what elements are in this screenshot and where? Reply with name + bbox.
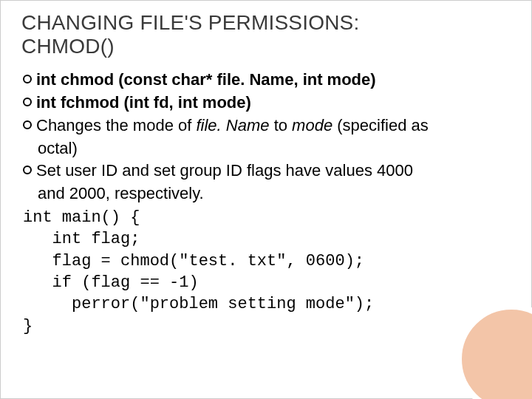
bullet-ring-icon xyxy=(23,120,32,129)
bullet-setuid-cont: and 2000, respectively. xyxy=(23,183,509,204)
code-line: flag = chmod("test. txt", 0600); xyxy=(23,250,509,272)
bullet-changes-mode: Changes the mode of file. Name to mode (… xyxy=(23,115,509,136)
slide-body: int chmod (const char* file. Name, int m… xyxy=(1,61,531,337)
slide: CHANGING FILE'S PERMISSIONS: CHMOD() int… xyxy=(0,0,532,399)
bullet-text: int fchmod (int fd, int mode) xyxy=(36,92,251,113)
bullet-text: Changes the mode of file. Name to mode (… xyxy=(36,115,429,136)
bullet-text: int chmod (const char* file. Name, int m… xyxy=(36,69,376,90)
code-line: if (flag == -1) xyxy=(23,272,509,293)
bullet-ring-icon xyxy=(23,166,32,174)
bullet-ring-icon xyxy=(23,75,32,83)
code-block: int main() { int flag; flag = chmod("tes… xyxy=(23,207,509,338)
title-line-2: CHMOD() xyxy=(21,35,511,58)
title-line-1: CHANGING FILE'S PERMISSIONS: xyxy=(21,11,511,35)
bullet-setuid: Set user ID and set group ID flags have … xyxy=(23,160,509,181)
code-line: int main() { xyxy=(23,207,509,228)
bullet-ring-icon xyxy=(23,98,32,106)
code-line: perror("problem setting mode"); xyxy=(23,293,509,315)
slide-title: CHANGING FILE'S PERMISSIONS: CHMOD() xyxy=(1,1,531,61)
bullet-text: Set user ID and set group ID flags have … xyxy=(36,160,413,181)
code-line: int flag; xyxy=(23,228,509,250)
bullet-changes-mode-cont: octal) xyxy=(23,137,509,159)
bullet-fchmod-sig: int fchmod (int fd, int mode) xyxy=(23,92,509,113)
code-line: } xyxy=(23,316,509,337)
bullet-chmod-sig: int chmod (const char* file. Name, int m… xyxy=(23,69,509,90)
